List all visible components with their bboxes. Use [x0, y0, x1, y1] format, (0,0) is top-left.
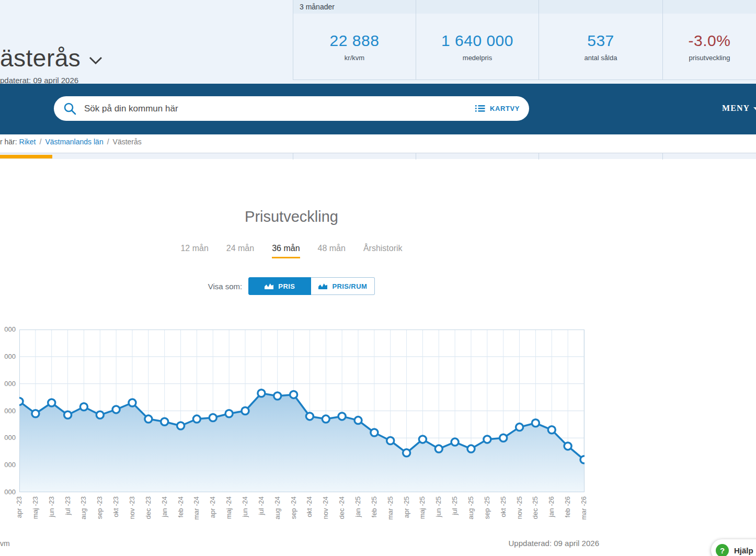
x-axis-tick-label: jul -23: [64, 496, 72, 528]
data-point[interactable]: [532, 419, 539, 427]
stat-label: kr/kvm: [345, 54, 364, 62]
x-axis-tick-label: mar -26: [580, 496, 588, 528]
y-axis-tick-label: 000: [0, 380, 16, 388]
data-point[interactable]: [48, 399, 55, 406]
y-axis-tick-label: 000: [0, 488, 16, 496]
data-point[interactable]: [32, 410, 39, 417]
tab-36-man[interactable]: 36 mån: [272, 244, 300, 258]
data-point[interactable]: [403, 449, 410, 457]
x-axis-tick-label: maj -23: [32, 496, 39, 528]
stats-table: 3 månader 22 888 kr/kvm 1 640 000 medelp…: [293, 0, 756, 80]
data-point[interactable]: [322, 415, 329, 423]
x-axis-tick-label: apr -25: [403, 496, 410, 528]
page-title: Prisutveckling: [0, 208, 583, 225]
data-point[interactable]: [516, 424, 523, 431]
stat-value: 22 888: [330, 32, 380, 50]
question-mark-icon: ?: [716, 544, 729, 556]
data-point[interactable]: [419, 436, 426, 443]
x-axis-tick-label: okt -24: [306, 496, 313, 528]
x-axis-tick-label: aug -23: [80, 496, 87, 528]
breadcrumb: r här: Riket/Västmanlands län/Västerås: [0, 138, 142, 146]
data-point[interactable]: [161, 418, 168, 425]
data-point[interactable]: [274, 392, 281, 400]
data-point[interactable]: [467, 445, 475, 452]
data-point[interactable]: [451, 438, 459, 446]
stat-label: prisutveckling: [689, 54, 730, 62]
stat-cell-antal-salda: 537 antal sålda: [539, 0, 662, 80]
municipality-selector[interactable]: ästerås: [0, 44, 102, 72]
tab-12-man[interactable]: 12 mån: [180, 244, 208, 258]
search-bar[interactable]: KARTVY: [54, 96, 529, 121]
truncated-section-band: [0, 153, 756, 159]
municipality-name: ästerås: [0, 44, 81, 72]
stat-label: medelpris: [463, 54, 492, 62]
tab-48-man[interactable]: 48 mån: [318, 244, 346, 258]
data-point[interactable]: [177, 422, 185, 429]
data-point[interactable]: [387, 437, 394, 445]
data-point[interactable]: [338, 413, 346, 420]
x-axis-tick-label: jan -24: [161, 496, 168, 528]
kartvy-button[interactable]: KARTVY: [475, 105, 520, 112]
y-axis-tick-label: 000: [0, 407, 16, 415]
data-point[interactable]: [290, 391, 297, 398]
tab-arshistorik[interactable]: Årshistorik: [363, 244, 403, 258]
data-point[interactable]: [548, 426, 555, 434]
data-point[interactable]: [242, 407, 249, 415]
x-axis-tick-label: sep -25: [484, 496, 491, 528]
data-point[interactable]: [500, 434, 507, 441]
data-point[interactable]: [209, 414, 216, 422]
x-axis-tick-label: sep -24: [290, 496, 297, 528]
stat-value: 1 640 000: [441, 32, 513, 50]
x-axis-tick-label: jun -24: [242, 496, 249, 528]
y-axis-tick-label: 000: [0, 434, 16, 441]
stat-label: antal sålda: [585, 54, 617, 62]
data-point[interactable]: [371, 429, 378, 436]
y-axis-tick-label: 000: [0, 461, 16, 469]
data-point[interactable]: [258, 390, 265, 397]
data-point[interactable]: [80, 403, 87, 411]
breadcrumb-link-riket[interactable]: Riket: [19, 138, 36, 146]
x-axis-tick-label: dec -25: [532, 496, 539, 528]
breadcrumb-current: Västerås: [113, 138, 142, 146]
stat-cell-kr-kvm: 3 månader 22 888 kr/kvm: [293, 0, 416, 80]
period-tabs: 12 mån 24 mån 36 mån 48 mån Årshistorik: [0, 244, 583, 258]
pris-toggle-button[interactable]: PRIS: [248, 277, 311, 295]
tab-24-man[interactable]: 24 mån: [226, 244, 254, 258]
data-point[interactable]: [580, 456, 585, 463]
chevron-down-icon: [89, 56, 102, 65]
data-point[interactable]: [225, 410, 233, 417]
data-point[interactable]: [306, 413, 313, 420]
data-point[interactable]: [193, 415, 200, 423]
x-axis-tick-label: okt -25: [500, 496, 507, 528]
pris-rum-toggle-button[interactable]: PRIS/RUM: [311, 277, 375, 295]
data-point[interactable]: [435, 445, 442, 452]
data-point[interactable]: [96, 411, 104, 418]
data-point[interactable]: [145, 415, 152, 423]
area-chart-icon: [318, 283, 327, 289]
menu-caret-icon: [753, 107, 756, 111]
data-point[interactable]: [112, 406, 120, 413]
x-axis-tick-label: jul -25: [451, 496, 459, 528]
x-axis-tick-label: nov -25: [516, 496, 523, 528]
x-axis-tick-label: jun -23: [48, 496, 55, 528]
area-chart-icon: [265, 283, 273, 289]
data-point[interactable]: [354, 417, 362, 424]
help-button[interactable]: ? Hjälp: [711, 539, 756, 556]
data-point[interactable]: [129, 399, 136, 406]
data-point[interactable]: [484, 436, 491, 443]
search-input[interactable]: [84, 104, 475, 114]
data-point[interactable]: [64, 411, 72, 418]
x-axis-tick-label: jan -25: [354, 496, 362, 528]
stat-cell-medelpris: 1 640 000 medelpris: [416, 0, 539, 80]
breadcrumb-link-lan[interactable]: Västmanlands län: [45, 138, 103, 146]
x-axis-tick-label: okt -23: [112, 496, 120, 528]
data-point[interactable]: [564, 442, 571, 450]
x-axis-tick-label: nov -23: [129, 496, 136, 528]
list-icon: [475, 105, 485, 112]
x-axis-tick-label: feb -26: [564, 496, 571, 528]
data-point[interactable]: [19, 398, 23, 405]
x-axis-tick-label: mar -25: [387, 496, 394, 528]
menu-button[interactable]: MENY: [722, 104, 750, 113]
kartvy-label: KARTVY: [490, 105, 520, 112]
main-navbar: KARTVY MENY: [0, 84, 756, 134]
